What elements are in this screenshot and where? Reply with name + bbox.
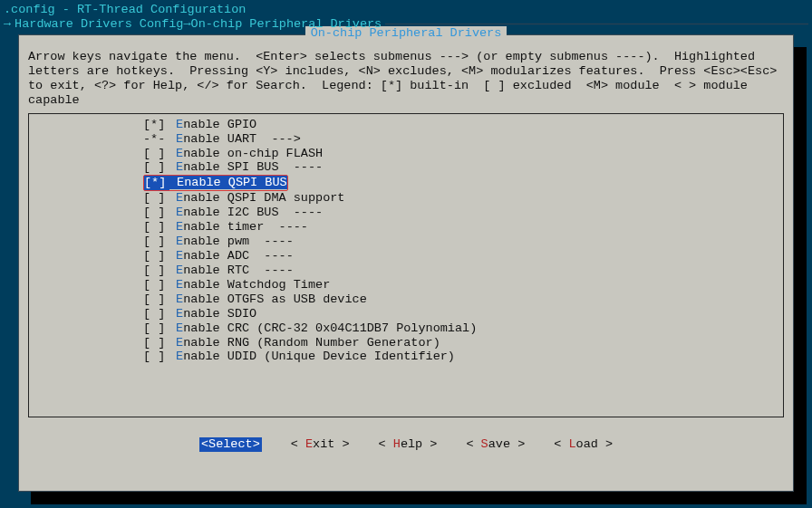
help-button[interactable]: < Help > [379,437,438,452]
menu-item-label: Enable SPI BUS [169,160,279,174]
menu-item-2[interactable]: [ ] Enable on-chip FLASH [33,147,779,161]
menu-item-16[interactable]: [ ] Enable UDID (Unique Device Identifie… [33,350,779,364]
menu-item-8[interactable]: [ ] Enable pwm ---- [33,235,779,249]
menu-item-label: Enable QSPI BUS [169,176,287,189]
breadcrumb-arrow-icon: → [4,17,11,32]
exit-button[interactable]: < Exit > [291,437,350,452]
breadcrumb-rule [385,24,808,24]
menu-item-suffix: ---- [249,249,294,264]
menu-item-hotkey: E [169,307,183,321]
menu-item-9[interactable]: [ ] Enable ADC ---- [33,249,779,264]
menu-item-suffix: ---- [264,220,308,235]
menu-item-suffix: ---- [279,206,324,220]
menu-item-mark: [ ] [143,249,169,264]
menu-item-label: Enable RTC [169,264,249,277]
menu-item-mark: [ ] [143,235,169,249]
breadcrumb-separator: → [183,17,190,32]
select-button[interactable]: <Select> [199,437,262,452]
menu-item-mark: [ ] [143,321,169,336]
menu-item-mark: [ ] [143,292,169,307]
menu-item-mark: [ ] [143,278,169,292]
menu-item-label: Enable UART [169,132,256,146]
menu-item-mark: [ ] [143,336,169,350]
menu-item-6[interactable]: [ ] Enable I2C BUS ---- [33,206,779,220]
menu-item-4[interactable]: [*] Enable QSPI BUS [33,175,779,191]
menu-item-mark: [*] [144,176,169,190]
breadcrumb: → Hardware Drivers Config → On-chip Peri… [0,17,812,34]
menu-item-3[interactable]: [ ] Enable SPI BUS ---- [33,160,779,175]
menu-item-hotkey: E [169,336,183,350]
menu-item-mark: [ ] [143,191,169,206]
menu-item-hotkey: E [169,278,183,292]
menu-item-hotkey: E [169,176,184,189]
menu-item-mark: [ ] [143,307,169,321]
menu-item-hotkey: E [169,264,183,277]
save-button[interactable]: < Save > [466,437,525,452]
menu-item-mark: [*] [143,118,169,132]
load-button[interactable]: < Load > [554,437,613,452]
menu-item-label: Enable UDID (Unique Device Identifier) [169,350,455,363]
main-panel: On-chip Peripheral Drivers Arrow keys na… [18,34,794,492]
menu-item-hotkey: E [169,350,183,363]
menu-item-hotkey: E [169,235,183,248]
menu-item-0[interactable]: [*] Enable GPIO [33,118,779,132]
menu-item-label: Enable pwm [169,235,249,248]
menu-item-5[interactable]: [ ] Enable QSPI DMA support [33,191,779,206]
menu-item-suffix: ---- [249,264,294,278]
menu-list[interactable]: [*] Enable GPIO-*- Enable UART --->[ ] E… [28,113,784,417]
menu-item-hotkey: E [169,191,183,205]
menu-item-mark: [ ] [143,264,169,278]
menu-item-hotkey: E [169,220,183,234]
menu-item-13[interactable]: [ ] Enable SDIO [33,307,779,321]
menu-item-mark: [ ] [143,206,169,220]
window-title: .config - RT-Thread Configuration [0,0,812,17]
menu-item-label: Enable timer [169,220,264,234]
menu-item-hotkey: E [169,147,183,160]
menu-item-hotkey: E [169,292,183,306]
menu-item-1[interactable]: -*- Enable UART ---> [33,132,779,147]
menu-item-label: Enable OTGFS as USB device [169,292,367,306]
menu-item-14[interactable]: [ ] Enable CRC (CRC-32 0x04C11DB7 Polyno… [33,321,779,336]
menu-item-suffix: ---> [256,132,301,147]
menu-item-label: Enable CRC (CRC-32 0x04C11DB7 Polynomial… [169,321,477,335]
menu-item-10[interactable]: [ ] Enable RTC ---- [33,264,779,278]
menu-item-mark: [ ] [143,350,169,364]
menu-item-15[interactable]: [ ] Enable RNG (Random Number Generator) [33,336,779,350]
menu-item-label: Enable ADC [169,249,249,263]
menu-item-hotkey: E [169,321,183,335]
menu-item-label: Enable SDIO [169,307,256,321]
selection-highlight-box: [*] Enable QSPI BUS [143,175,288,191]
menu-item-11[interactable]: [ ] Enable Watchdog Timer [33,278,779,292]
button-bar: <Select> < Exit > < Help > < Save > < Lo… [28,437,784,452]
menu-item-mark: [ ] [143,220,169,235]
menu-item-suffix: ---- [279,160,324,175]
menu-item-hotkey: E [169,132,183,146]
menu-item-mark: [ ] [143,160,169,175]
menu-item-7[interactable]: [ ] Enable timer ---- [33,220,779,235]
menu-item-label: Enable GPIO [169,118,256,131]
menu-item-label: Enable RNG (Random Number Generator) [169,336,440,350]
menu-item-label: Enable I2C BUS [169,206,279,219]
breadcrumb-current: On-chip Peripheral Drivers [191,17,382,32]
menu-item-hotkey: E [169,249,183,263]
menu-item-hotkey: E [169,206,183,219]
menu-item-hotkey: E [169,160,183,174]
menu-item-label: Enable QSPI DMA support [169,191,344,205]
menu-item-hotkey: E [169,118,183,131]
menu-item-mark: [ ] [143,147,169,161]
breadcrumb-parent: Hardware Drivers Config [14,17,183,32]
menu-item-12[interactable]: [ ] Enable OTGFS as USB device [33,292,779,307]
panel-help-text: Arrow keys navigate the menu. <Enter> se… [28,39,784,108]
menu-item-mark: -*- [143,132,169,147]
menu-item-suffix: ---- [249,235,294,249]
menu-item-label: Enable on-chip FLASH [169,147,323,160]
menu-item-label: Enable Watchdog Timer [169,278,330,292]
